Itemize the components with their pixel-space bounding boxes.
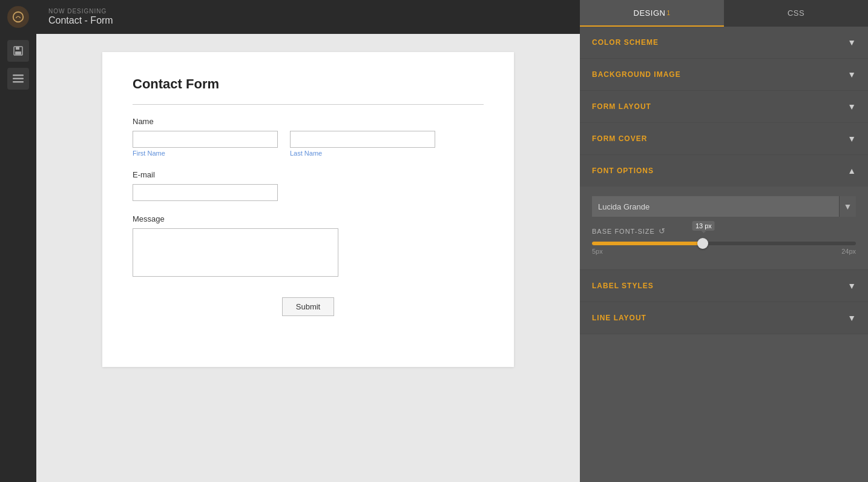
background-image-arrow: ▼ xyxy=(847,70,856,79)
svg-rect-3 xyxy=(15,51,21,54)
font-family-select[interactable]: Lucida Grande xyxy=(592,196,839,217)
line-layout-arrow: ▼ xyxy=(847,313,856,323)
font-size-slider-container: 13 px 5px 24px xyxy=(592,242,856,255)
font-select-dropdown-arrow[interactable]: ▼ xyxy=(839,196,856,217)
font-options-section: FONT OPTIONS ▲ Lucida Grande ▼ BASE FONT… xyxy=(580,155,868,270)
email-input[interactable] xyxy=(133,184,278,201)
reset-icon[interactable]: ↺ xyxy=(659,226,666,236)
base-font-size-row: BASE FONT-SIZE ↺ xyxy=(592,226,856,236)
color-scheme-title: COLOR SCHEME xyxy=(592,38,659,47)
main-area: NOW DESIGNING Contact - Form Contact For… xyxy=(36,0,580,482)
label-styles-section: LABEL STYLES ▼ xyxy=(580,270,868,302)
line-layout-section: LINE LAYOUT ▼ xyxy=(580,302,868,334)
name-row: First Name Last Name xyxy=(133,131,484,157)
page-title: Contact - Form xyxy=(48,15,113,26)
app-logo xyxy=(7,6,29,28)
form-layout-arrow: ▼ xyxy=(847,102,856,111)
svg-point-0 xyxy=(13,12,24,22)
font-options-arrow: ▲ xyxy=(847,166,856,176)
slider-tooltip: 13 px xyxy=(692,221,715,231)
last-name-label: Last Name xyxy=(290,150,435,157)
font-options-header[interactable]: FONT OPTIONS ▲ xyxy=(580,155,868,187)
slider-fill xyxy=(592,242,703,245)
left-sidebar xyxy=(0,0,36,482)
tab-design[interactable]: DESIGN 1 xyxy=(580,0,724,27)
form-layout-title: FORM LAYOUT xyxy=(592,102,651,111)
canvas-area: Contact Form Name First Name Last Name xyxy=(36,34,580,482)
color-scheme-arrow: ▼ xyxy=(847,38,856,47)
email-group: E-mail xyxy=(133,170,484,201)
label-styles-title: LABEL STYLES xyxy=(592,282,654,290)
label-styles-header[interactable]: LABEL STYLES ▼ xyxy=(580,270,868,302)
first-name-input[interactable] xyxy=(133,131,278,148)
background-image-section: BACKGROUND IMAGE ▼ xyxy=(580,59,868,91)
form-layout-header[interactable]: FORM LAYOUT ▼ xyxy=(580,91,868,122)
line-layout-header[interactable]: LINE LAYOUT ▼ xyxy=(580,302,868,334)
color-scheme-header[interactable]: COLOR SCHEME ▼ xyxy=(580,27,868,58)
name-label: Name xyxy=(133,117,484,126)
slider-track: 13 px xyxy=(592,242,856,245)
slider-thumb[interactable]: 13 px xyxy=(697,238,708,249)
message-textarea[interactable] xyxy=(133,228,338,277)
slider-max-label: 24px xyxy=(841,248,856,255)
form-cover-title: FORM COVER xyxy=(592,134,647,143)
svg-rect-4 xyxy=(13,74,24,76)
form-title: Contact Form xyxy=(133,76,484,105)
base-font-size-label: BASE FONT-SIZE xyxy=(592,228,655,235)
last-name-input[interactable] xyxy=(290,131,435,148)
form-cover-arrow: ▼ xyxy=(847,134,856,144)
background-image-title: BACKGROUND IMAGE xyxy=(592,70,681,79)
background-image-header[interactable]: BACKGROUND IMAGE ▼ xyxy=(580,59,868,90)
message-label: Message xyxy=(133,214,484,223)
svg-rect-6 xyxy=(13,81,24,83)
message-group: Message xyxy=(133,214,484,279)
last-name-field: Last Name xyxy=(290,131,435,157)
color-scheme-section: COLOR SCHEME ▼ xyxy=(580,27,868,59)
first-name-label: First Name xyxy=(133,150,278,157)
font-family-row: Lucida Grande ▼ xyxy=(592,196,856,217)
menu-button[interactable] xyxy=(7,68,29,90)
top-bar: NOW DESIGNING Contact - Form xyxy=(36,0,580,34)
now-designing-label: NOW DESIGNING xyxy=(48,8,113,15)
email-label: E-mail xyxy=(133,170,484,179)
line-layout-title: LINE LAYOUT xyxy=(592,314,646,322)
font-options-title: FONT OPTIONS xyxy=(592,167,654,175)
save-button[interactable] xyxy=(7,40,29,62)
form-cover-section: FORM COVER ▼ xyxy=(580,123,868,155)
slider-min-label: 5px xyxy=(592,248,603,255)
svg-rect-5 xyxy=(13,78,24,80)
first-name-field: First Name xyxy=(133,131,278,157)
tab-css[interactable]: CSS xyxy=(724,0,868,27)
label-styles-arrow: ▼ xyxy=(847,281,856,291)
right-panel: DESIGN 1 CSS COLOR SCHEME ▼ BACKGROUND I… xyxy=(580,0,868,482)
form-cover-header[interactable]: FORM COVER ▼ xyxy=(580,123,868,154)
font-options-content: Lucida Grande ▼ BASE FONT-SIZE ↺ 13 px 5… xyxy=(580,187,868,269)
submit-button[interactable]: Submit xyxy=(282,297,334,316)
form-layout-section: FORM LAYOUT ▼ xyxy=(580,91,868,123)
name-group: Name First Name Last Name xyxy=(133,117,484,157)
form-card: Contact Form Name First Name Last Name xyxy=(102,52,514,367)
slider-range-labels: 5px 24px xyxy=(592,248,856,255)
svg-rect-2 xyxy=(16,47,19,50)
submit-row: Submit xyxy=(133,297,484,316)
panel-tabs: DESIGN 1 CSS xyxy=(580,0,868,27)
